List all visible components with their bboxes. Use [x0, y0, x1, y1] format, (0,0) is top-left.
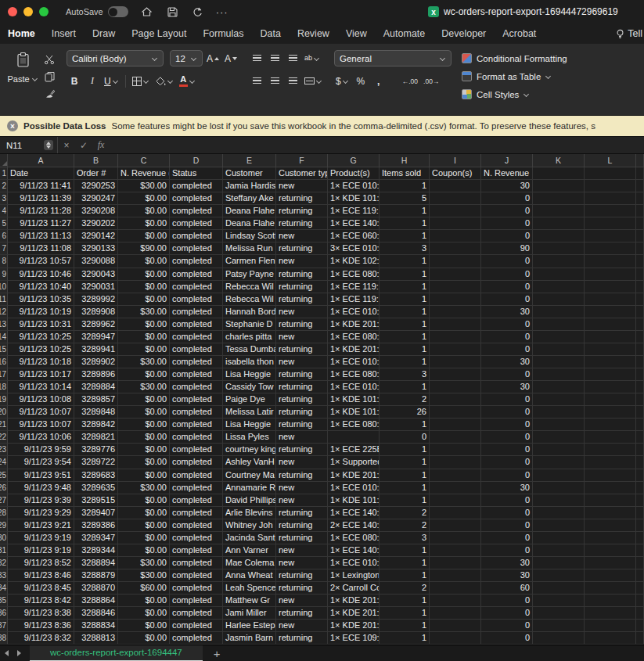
cell[interactable]: returning — [276, 582, 328, 595]
cell[interactable]: 9/11/23 11:13 — [8, 230, 74, 242]
cell[interactable]: $0.00 — [118, 406, 170, 419]
percent-style-button[interactable]: % — [353, 73, 369, 89]
cell[interactable]: $30.00 — [118, 306, 170, 318]
cell[interactable]: Jacinda Sant — [223, 532, 276, 544]
cell[interactable] — [430, 281, 481, 293]
cell[interactable]: returning — [276, 192, 328, 205]
font-color-button[interactable]: A — [178, 73, 197, 89]
cell[interactable] — [585, 255, 636, 268]
cell[interactable] — [533, 469, 585, 482]
redo-icon[interactable] — [188, 3, 207, 20]
row-header-32[interactable]: 32 — [0, 557, 8, 569]
column-header-d[interactable]: D — [170, 154, 223, 167]
align-center-button[interactable] — [267, 73, 282, 89]
cell[interactable] — [585, 431, 636, 444]
cell[interactable]: 3 — [380, 532, 430, 544]
cell[interactable]: 1× Supported — [328, 456, 380, 469]
cell[interactable]: returning — [276, 469, 328, 482]
cell[interactable]: $0.00 — [118, 293, 170, 306]
tab-draw[interactable]: Draw — [92, 28, 115, 39]
cell[interactable] — [585, 393, 636, 406]
cell[interactable] — [636, 406, 644, 419]
cell[interactable]: 1 — [380, 268, 430, 281]
cell[interactable]: 3289407 — [74, 507, 118, 519]
increase-font-size-button[interactable]: A — [205, 50, 221, 66]
cell[interactable]: N. Revenue ( — [118, 167, 170, 180]
add-sheet-button[interactable]: + — [214, 648, 221, 659]
cell[interactable]: Ann Varner — [223, 544, 276, 557]
cell[interactable]: 9/11/23 9:51 — [8, 469, 74, 482]
cell[interactable] — [636, 456, 644, 469]
cell[interactable] — [430, 595, 481, 607]
cell[interactable] — [585, 532, 636, 544]
cell[interactable]: 0 — [481, 519, 533, 532]
cell[interactable]: $0.00 — [118, 456, 170, 469]
row-header-19[interactable]: 19 — [0, 393, 8, 406]
cell[interactable]: 1× KDE 101: — [328, 494, 380, 507]
cell[interactable]: 1× ECE 080: I — [328, 419, 380, 431]
cell[interactable]: 2 — [380, 582, 430, 595]
cell[interactable]: 3289902 — [74, 356, 118, 368]
row-header-18[interactable]: 18 — [0, 381, 8, 393]
cell[interactable]: 0 — [481, 205, 533, 217]
cell[interactable]: 2 — [380, 507, 430, 519]
cell[interactable] — [430, 406, 481, 419]
tab-insert[interactable]: Insert — [52, 28, 76, 39]
cell[interactable]: 60 — [481, 582, 533, 595]
cell[interactable] — [533, 620, 585, 632]
tab-page-layout[interactable]: Page Layout — [131, 28, 186, 39]
cell[interactable]: Steffany Ake — [223, 192, 276, 205]
cell[interactable]: $0.00 — [118, 192, 170, 205]
cell[interactable] — [430, 180, 481, 192]
cell[interactable]: 0 — [481, 532, 533, 544]
cell[interactable]: 1 — [380, 356, 430, 368]
cell[interactable]: 2 — [380, 519, 430, 532]
row-header-5[interactable]: 5 — [0, 217, 8, 230]
align-left-button[interactable] — [249, 73, 264, 89]
font-size-select[interactable]: 12 — [170, 50, 203, 66]
cell[interactable]: 1× ECE 080: I — [328, 532, 380, 544]
formula-input[interactable] — [110, 137, 644, 153]
cell[interactable]: 0 — [481, 255, 533, 268]
cell[interactable]: 3289896 — [74, 368, 118, 381]
insert-function-icon[interactable]: fx — [92, 139, 110, 151]
row-header-3[interactable]: 3 — [0, 192, 8, 205]
cell[interactable]: new — [276, 255, 328, 268]
cell[interactable] — [533, 306, 585, 318]
cancel-icon[interactable]: × — [58, 140, 75, 151]
cell[interactable]: 3290202 — [74, 217, 118, 230]
cell[interactable]: 3290247 — [74, 192, 118, 205]
row-header-22[interactable]: 22 — [0, 431, 8, 444]
tab-automate[interactable]: Automate — [383, 28, 426, 39]
cell[interactable]: 1 — [380, 632, 430, 645]
cell[interactable]: completed — [170, 318, 223, 331]
cell[interactable] — [585, 331, 636, 343]
row-header-23[interactable]: 23 — [0, 444, 8, 456]
cell[interactable]: 9/11/23 9:21 — [8, 519, 74, 532]
cell[interactable]: $0.00 — [118, 230, 170, 242]
cell[interactable]: Jami Miller — [223, 607, 276, 620]
row-header-2[interactable]: 2 — [0, 180, 8, 192]
cell[interactable]: Melissa Latir — [223, 406, 276, 419]
cell[interactable]: completed — [170, 569, 223, 582]
cell[interactable]: new — [276, 620, 328, 632]
cell[interactable]: $30.00 — [118, 569, 170, 582]
cell[interactable]: returning — [276, 569, 328, 582]
cell[interactable]: new — [276, 331, 328, 343]
cell[interactable]: 3289941 — [74, 343, 118, 356]
cell[interactable]: 3289683 — [74, 469, 118, 482]
cell[interactable] — [533, 242, 585, 255]
cell[interactable]: 0 — [481, 192, 533, 205]
cell[interactable]: 9/11/23 8:36 — [8, 620, 74, 632]
cell[interactable] — [585, 318, 636, 331]
merge-center-button[interactable] — [303, 73, 324, 89]
cell[interactable] — [636, 192, 644, 205]
cell[interactable]: 0 — [481, 632, 533, 645]
cell[interactable] — [636, 268, 644, 281]
cell[interactable]: Date — [8, 167, 74, 180]
number-format-select[interactable]: General — [334, 50, 452, 66]
cell[interactable] — [585, 192, 636, 205]
cell[interactable] — [585, 632, 636, 645]
cell[interactable]: 1× ECE 119: I — [328, 281, 380, 293]
cell[interactable]: 1× KDE 201: . — [328, 343, 380, 356]
